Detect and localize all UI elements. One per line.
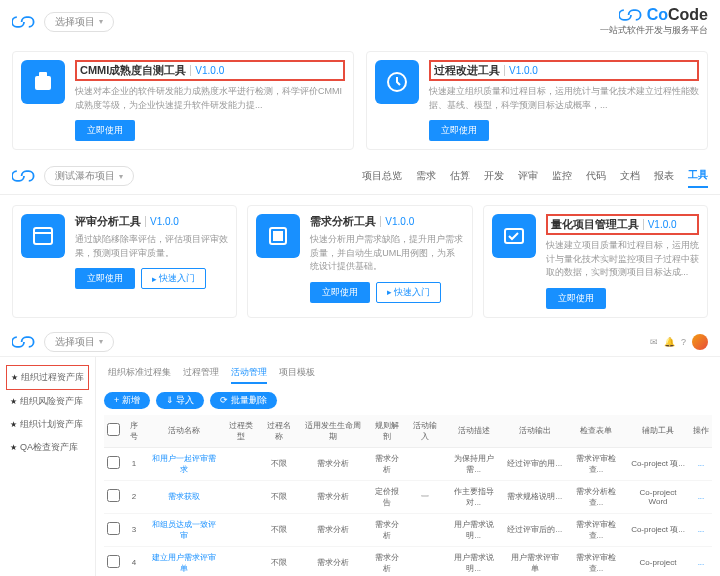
table-row: 4建立用户需求评审单不限需求分析需求分析用户需求说明...用户需求评审单需求评审… [104,546,712,576]
column-header: 序号 [123,415,145,448]
activity-table: 序号活动名称过程类型过程名称适用发生生命周期规则解剖活动输入活动描述活动输出检查… [104,415,712,577]
use-button[interactable]: 立即使用 [310,282,370,303]
row-checkbox[interactable] [107,555,120,568]
table-row: 3和组员达成一致评审不限需求分析需求分析用户需求说明...经过评审后的...需求… [104,513,712,546]
nav-tab[interactable]: 监控 [552,165,572,187]
nav-tab[interactable]: 项目总览 [362,165,402,187]
card-icon [492,214,536,258]
sidebar-item[interactable]: ★组织计划资产库 [6,413,89,436]
nav-tab[interactable]: 工具 [688,164,708,188]
nav-tab[interactable]: 文档 [620,165,640,187]
tool-card: 需求分析工具V1.0.0 快速分析用户需求缺陷，提升用户需求质量，并自动生成UM… [247,205,472,318]
topbar-3: 选择项目▾ ✉ 🔔 ? [0,328,720,357]
column-header: 操作 [690,415,712,448]
quickstart-button[interactable]: ▸快速入门 [376,282,441,303]
cell: 定价报告 [368,480,406,513]
quickstart-button[interactable]: ▸快速入门 [141,268,206,289]
project-dropdown-3[interactable]: 选择项目▾ [44,332,114,352]
toolbar: + 新增⇓ 导入⟳ 批量删除 [104,392,712,409]
star-icon: ★ [11,373,18,382]
notification-icon[interactable]: ✉ [650,337,658,347]
activity-name-link[interactable]: 和组员达成一致评审 [145,513,223,546]
toolbar-button[interactable]: ⇓ 导入 [156,392,205,409]
card-desc: 快速建立项目质量和过程目标，运用统计与量化技术实时监控项目子过程中获取的数据，实… [546,239,699,280]
column-header: 活动描述 [444,415,504,448]
nav-tab[interactable]: 评审 [518,165,538,187]
version-label: V1.0.0 [643,219,677,230]
avatar[interactable] [692,334,708,350]
action-cell[interactable]: ... [690,447,712,480]
cell [223,546,261,576]
use-button[interactable]: 立即使用 [75,120,135,141]
card-icon [21,60,65,104]
sidebar-item[interactable]: ★QA检查资产库 [6,436,89,459]
nav-tab[interactable]: 估算 [450,165,470,187]
table-row: 1和用户一起评审需求不限需求分析需求分析为保持用户需...经过评审的用...需求… [104,447,712,480]
use-button[interactable]: 立即使用 [429,120,489,141]
cell: 需求分析 [368,546,406,576]
sub-tab[interactable]: 过程管理 [183,363,219,384]
activity-name-link[interactable]: 和用户一起评审需求 [145,447,223,480]
sub-tab[interactable]: 组织标准过程集 [108,363,171,384]
row-checkbox[interactable] [107,522,120,535]
activity-name-link[interactable]: 建立用户需求评审单 [145,546,223,576]
nav-tab[interactable]: 开发 [484,165,504,187]
column-header: 检查表单 [566,415,626,448]
star-icon: ★ [10,420,17,429]
card-icon [21,214,65,258]
cell: 3 [123,513,145,546]
sub-tab[interactable]: 项目模板 [279,363,315,384]
toolbar-button[interactable]: + 新增 [104,392,150,409]
select-all-checkbox[interactable] [107,423,120,436]
use-button[interactable]: 立即使用 [546,288,606,309]
row-checkbox[interactable] [107,489,120,502]
use-button[interactable]: 立即使用 [75,268,135,289]
card-desc: 快速分析用户需求缺陷，提升用户需求质量，并自动生成UML用例图，为系统设计提供基… [310,233,463,274]
project-dropdown[interactable]: 选择项目▾ [44,12,114,32]
nav-tabs: 项目总览需求估算开发评审监控代码文档报表工具 [362,164,708,188]
help-icon[interactable]: ? [681,337,686,347]
play-icon: ▸ [152,274,157,284]
sidebar-item[interactable]: ★组织过程资产库 [6,365,89,390]
column-header: 辅助工具 [626,415,690,448]
toolbar-button[interactable]: ⟳ 批量删除 [210,392,277,409]
card-title: 需求分析工具V1.0.0 [310,214,463,229]
brand: CoCode 一站式软件开发与服务平台 [600,6,708,37]
activity-name-link[interactable]: 需求获取 [145,480,223,513]
cell: Co-project Word [626,480,690,513]
logo-icon [12,334,36,350]
cell: 需求分析 [298,447,368,480]
cell: 需求评审检查... [566,447,626,480]
sub-tab[interactable]: 活动管理 [231,363,267,384]
action-cell[interactable]: ... [690,480,712,513]
card-title: 评审分析工具V1.0.0 [75,214,228,229]
cell: 经过评审后的... [504,513,566,546]
card-desc: 通过缺陷移除率评估，评估项目评审效果，预测项目评审质量。 [75,233,228,260]
sidebar-item[interactable]: ★组织风险资产库 [6,390,89,413]
table-row: 2需求获取不限需求分析定价报告一作主要指导对...需求规格说明...需求分析检查… [104,480,712,513]
version-label: V1.0.0 [145,216,179,227]
row-checkbox[interactable] [107,456,120,469]
topbar-1: 选择项目▾ CoCode 一站式软件开发与服务平台 [0,0,720,43]
svg-rect-0 [35,76,51,90]
nav-tab[interactable]: 需求 [416,165,436,187]
cell: 2 [123,480,145,513]
chevron-down-icon: ▾ [99,337,103,346]
version-label: V1.0.0 [504,65,538,76]
cell [223,513,261,546]
project-dropdown-2[interactable]: 测试瀑布项目▾ [44,166,134,186]
nav-tab[interactable]: 代码 [586,165,606,187]
cell [406,546,444,576]
action-cell[interactable]: ... [690,546,712,576]
action-cell[interactable]: ... [690,513,712,546]
sidebar: ★组织过程资产库★组织风险资产库★组织计划资产库★QA检查资产库 [0,357,96,577]
cell: 需求评审检查... [566,513,626,546]
cell: 需求评审检查... [566,546,626,576]
play-icon: ▸ [387,287,392,297]
cell: Co-project [626,546,690,576]
nav-tab[interactable]: 报表 [654,165,674,187]
cell: 用户需求说明... [444,546,504,576]
cards-row-1: CMMI成熟度自测工具V1.0.0 快速对本企业的软件研发能力成熟度水平进行检测… [0,43,720,158]
bell-icon[interactable]: 🔔 [664,337,675,347]
version-label: V1.0.0 [190,65,224,76]
